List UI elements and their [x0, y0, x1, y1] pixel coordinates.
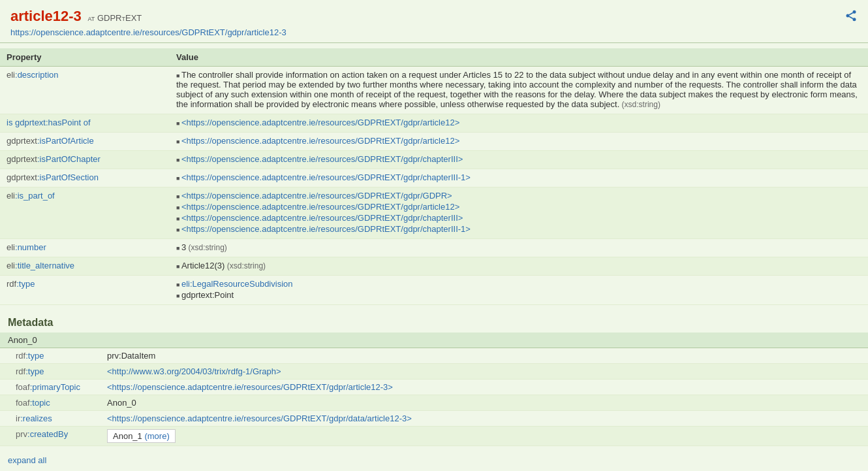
meta-value-cell: prv:DataItem [91, 348, 868, 364]
list-item: <https://openscience.adaptcentre.ie/reso… [176, 172, 861, 182]
list-item: Article12(3) (xsd:string) [176, 261, 861, 270]
xsd-type-label: (xsd:string) [619, 100, 660, 109]
value-text: Article12(3) [181, 261, 225, 270]
value-column-header: Value [170, 48, 868, 67]
more-link[interactable]: (more) [144, 431, 169, 441]
property-cell: gdprtext:isPartOfSection [0, 169, 170, 187]
metadata-section: Metadata Anon_0 rdf:typeprv:DataItemrdf:… [0, 313, 868, 451]
property-cell: is gdprtext:hasPoint of [0, 114, 170, 133]
meta-value-cell: <https://openscience.adaptcentre.ie/reso… [91, 380, 868, 395]
svg-point-2 [853, 18, 856, 21]
value-link[interactable]: <https://openscience.adaptcentre.ie/reso… [181, 154, 463, 164]
list-item: <https://openscience.adaptcentre.ie/reso… [176, 154, 861, 164]
list-item: <https://openscience.adaptcentre.ie/reso… [176, 118, 861, 127]
property-link[interactable]: eli:is_part_of [7, 191, 55, 201]
list-item: gdprtext:Point [176, 290, 861, 300]
property-column-header: Property [0, 48, 170, 67]
property-cell: gdprtext:isPartOfArticle [0, 133, 170, 151]
svg-line-4 [849, 12, 853, 14]
expand-all-link[interactable]: expand all [8, 455, 46, 465]
meta-property-link[interactable]: rdf:type [16, 366, 44, 376]
value-cell: <https://openscience.adaptcentre.ie/reso… [170, 151, 868, 169]
list-item: <https://openscience.adaptcentre.ie/reso… [176, 136, 861, 146]
property-link[interactable]: gdprtext:isPartOfArticle [7, 136, 94, 146]
expand-all-row: expand all [0, 451, 868, 469]
meta-value-cell: <http://www.w3.org/2004/03/trix/rdfg-1/G… [91, 364, 868, 380]
value-link[interactable]: <https://openscience.adaptcentre.ie/reso… [181, 202, 459, 212]
namespace-label: at GDPRtEXT [87, 13, 142, 23]
property-link[interactable]: eli:title_alternative [7, 261, 74, 270]
meta-value-link[interactable]: <https://openscience.adaptcentre.ie/reso… [107, 382, 393, 392]
value-link[interactable]: <https://openscience.adaptcentre.ie/reso… [181, 224, 471, 234]
meta-value-text: Anon_1 [113, 431, 142, 441]
value-cell: <https://openscience.adaptcentre.ie/reso… [170, 169, 868, 187]
meta-value-link[interactable]: <https://openscience.adaptcentre.ie/reso… [107, 414, 412, 423]
meta-property-link[interactable]: prv:createdBy [16, 429, 68, 439]
meta-property-cell: foaf:topic [0, 395, 91, 411]
meta-property-cell: rdf:type [0, 348, 91, 364]
share-icon[interactable] [845, 9, 858, 25]
page-header: article12-3 at GDPRtEXT https://openscie… [0, 0, 868, 43]
svg-point-1 [846, 14, 850, 18]
value-link[interactable]: <https://openscience.adaptcentre.ie/reso… [181, 136, 459, 146]
metadata-title: Metadata [0, 313, 868, 333]
property-link[interactable]: rdf:type [7, 279, 35, 289]
value-text: gdprtext:Point [181, 290, 234, 300]
list-item: <https://openscience.adaptcentre.ie/reso… [176, 224, 861, 234]
value-text: The controller shall provide information… [176, 70, 858, 109]
value-link[interactable]: eli:LegalResourceSubdivision [181, 279, 293, 289]
value-link[interactable]: <https://openscience.adaptcentre.ie/reso… [181, 213, 463, 223]
meta-property-link[interactable]: ir:realizes [16, 414, 52, 423]
meta-property-link[interactable]: rdf:type [16, 351, 44, 361]
property-cell: rdf:type [0, 276, 170, 305]
xsd-type-label: (xsd:string) [186, 243, 227, 252]
meta-value-cell: <https://openscience.adaptcentre.ie/reso… [91, 411, 868, 427]
meta-property-cell: prv:createdBy [0, 427, 91, 446]
property-link[interactable]: gdprtext:isPartOfChapter [7, 154, 101, 164]
metadata-table: rdf:typeprv:DataItemrdf:type<http://www.… [0, 348, 868, 446]
list-item: eli:LegalResourceSubdivision [176, 279, 861, 289]
list-item: <https://openscience.adaptcentre.ie/reso… [176, 202, 861, 212]
property-link[interactable]: eli:number [7, 242, 46, 252]
meta-value-text: prv:DataItem [107, 351, 155, 361]
value-cell: eli:LegalResourceSubdivisiongdprtext:Poi… [170, 276, 868, 305]
xsd-type-label: (xsd:string) [225, 261, 266, 270]
meta-value-cell: Anon_1 (more) [91, 427, 868, 446]
properties-table: Property Value eli:descriptionThe contro… [0, 48, 868, 305]
list-item: 3 (xsd:string) [176, 242, 861, 252]
property-link[interactable]: gdprtext:isPartOfSection [7, 172, 99, 182]
meta-property-cell: rdf:type [0, 364, 91, 380]
property-cell: eli:number [0, 239, 170, 257]
svg-line-3 [849, 16, 853, 18]
created-by-box: Anon_1 (more) [107, 429, 176, 443]
property-cell: eli:title_alternative [0, 257, 170, 276]
meta-property-link[interactable]: foaf:primaryTopic [16, 382, 80, 392]
meta-property-cell: ir:realizes [0, 411, 91, 427]
resource-url[interactable]: https://openscience.adaptcentre.ie/resou… [10, 27, 858, 37]
value-cell: <https://openscience.adaptcentre.ie/reso… [170, 114, 868, 133]
list-item: <https://openscience.adaptcentre.ie/reso… [176, 191, 861, 201]
list-item: The controller shall provide information… [176, 70, 861, 109]
value-link[interactable]: <https://openscience.adaptcentre.ie/reso… [181, 191, 452, 201]
value-link[interactable]: <https://openscience.adaptcentre.ie/reso… [181, 118, 459, 127]
svg-point-0 [853, 10, 856, 14]
property-link[interactable]: eli:description [7, 70, 59, 80]
value-cell: <https://openscience.adaptcentre.ie/reso… [170, 187, 868, 239]
property-cell: eli:description [0, 67, 170, 114]
meta-value-text: Anon_0 [107, 398, 136, 408]
page-title: article12-3 [10, 8, 82, 24]
meta-value-cell: Anon_0 [91, 395, 868, 411]
value-cell: The controller shall provide information… [170, 67, 868, 114]
anon-label: Anon_0 [0, 333, 868, 348]
meta-property-cell: foaf:primaryTopic [0, 380, 91, 395]
value-cell: 3 (xsd:string) [170, 239, 868, 257]
meta-property-link[interactable]: foaf:topic [16, 398, 50, 408]
list-item: <https://openscience.adaptcentre.ie/reso… [176, 213, 861, 223]
meta-value-link[interactable]: <http://www.w3.org/2004/03/trix/rdfg-1/G… [107, 366, 281, 376]
value-cell: Article12(3) (xsd:string) [170, 257, 868, 276]
value-link[interactable]: <https://openscience.adaptcentre.ie/reso… [181, 172, 471, 182]
property-cell: gdprtext:isPartOfChapter [0, 151, 170, 169]
value-cell: <https://openscience.adaptcentre.ie/reso… [170, 133, 868, 151]
property-cell: eli:is_part_of [0, 187, 170, 239]
